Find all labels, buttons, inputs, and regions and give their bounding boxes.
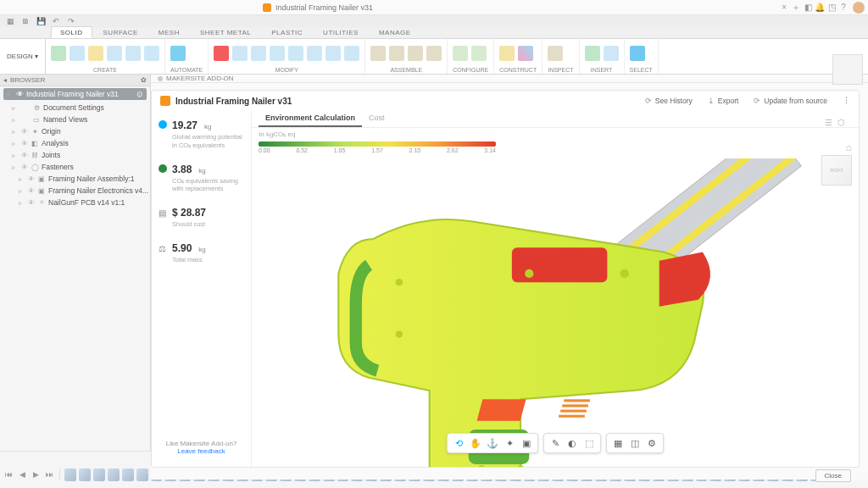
- visibility-icon[interactable]: 👁: [28, 175, 35, 183]
- timeline-prev-icon[interactable]: ◀: [17, 469, 28, 480]
- tab-close-icon[interactable]: ×: [782, 3, 787, 12]
- orbit-icon[interactable]: ⟲: [451, 435, 466, 451]
- user-avatar[interactable]: [853, 2, 865, 14]
- browser-node[interactable]: ▹👁⛓Joints: [0, 149, 150, 161]
- chevron-right-icon[interactable]: ▹: [12, 140, 19, 147]
- browser-node[interactable]: ▹⚙Document Settings: [0, 102, 150, 114]
- sketch-icon[interactable]: [70, 46, 85, 61]
- fillet-icon[interactable]: [251, 46, 266, 61]
- redo-icon[interactable]: ↷: [66, 16, 76, 26]
- leave-feedback-link[interactable]: Leave feedback: [157, 447, 246, 455]
- fit-icon[interactable]: ✦: [502, 435, 517, 451]
- combine-icon[interactable]: [288, 46, 303, 61]
- file-icon[interactable]: 🗎: [20, 16, 31, 26]
- browser-node[interactable]: ▹👁▣Framing Nailer Assembly:1: [0, 173, 150, 185]
- close-button[interactable]: Close: [815, 469, 851, 482]
- data-panel-icon[interactable]: ◧: [802, 3, 814, 12]
- viewport-settings-icon[interactable]: ⚙: [644, 435, 659, 451]
- press-pull-icon[interactable]: [232, 46, 248, 61]
- app-view-cube[interactable]: [832, 54, 863, 85]
- notifications-icon[interactable]: 🔔: [814, 3, 826, 12]
- visibility-icon[interactable]: 👁: [28, 199, 35, 207]
- timeline-start-icon[interactable]: ⏮: [3, 469, 14, 480]
- new-icon[interactable]: ＋: [790, 2, 802, 14]
- browser-root[interactable]: ▾👁 Industrial Framing Nailer v31 ⊙: [3, 88, 147, 100]
- document-tab[interactable]: Industrial Framing Nailer v31: [263, 3, 373, 12]
- visibility-icon[interactable]: 👁: [21, 164, 28, 171]
- update-button[interactable]: ⟳Update from source: [754, 97, 827, 105]
- visual-style-icon[interactable]: ◐: [565, 435, 580, 451]
- home-view-icon[interactable]: ⌂: [846, 141, 852, 153]
- chevron-right-icon[interactable]: ▹: [19, 175, 25, 183]
- model-viewport[interactable]: ⟲ ✋ ⚓ ✦ ▣ ✎ ◐ ⬚: [252, 158, 859, 467]
- look-at-icon[interactable]: ⚓: [485, 435, 500, 451]
- browser-header[interactable]: ◂ BROWSER ✿: [0, 75, 150, 86]
- timeline-play-icon[interactable]: ▶: [31, 469, 42, 480]
- browser-node[interactable]: ▹👁⌗NailGunF PCB v14 v1:1: [0, 197, 150, 208]
- chevron-right-icon[interactable]: ▹: [12, 128, 19, 136]
- pan-icon[interactable]: ✋: [468, 435, 483, 451]
- chevron-right-icon[interactable]: ▹: [12, 152, 19, 159]
- timeline-feature-icon[interactable]: [79, 469, 91, 481]
- grid-display-icon[interactable]: ▦: [610, 435, 626, 451]
- view-tab-environment[interactable]: Environment Calculation: [259, 110, 362, 127]
- draft-icon[interactable]: [307, 46, 322, 61]
- browser-node[interactable]: ▹👁✦Origin: [0, 125, 150, 137]
- delete-icon[interactable]: [214, 46, 229, 61]
- ribbon-tab-utilities[interactable]: UTILITIES: [314, 26, 368, 38]
- design-workspace-button[interactable]: DESIGN ▾: [0, 39, 46, 74]
- shell-icon[interactable]: [270, 46, 285, 61]
- chevron-right-icon[interactable]: ▹: [12, 104, 19, 112]
- ribbon-tab-surface[interactable]: SURFACE: [94, 26, 147, 38]
- hole-icon[interactable]: [144, 46, 159, 61]
- insert-derive-icon[interactable]: [585, 46, 600, 61]
- new-component-icon[interactable]: [51, 46, 66, 61]
- measure-icon[interactable]: [548, 46, 563, 61]
- addon-tab[interactable]: MAKERSITE ADD-ON: [151, 75, 868, 83]
- environment-icon[interactable]: ⬚: [581, 435, 597, 451]
- extrude-icon[interactable]: [107, 46, 122, 61]
- ribbon-tab-manage[interactable]: MANAGE: [370, 26, 420, 38]
- timeline-feature-icon[interactable]: [108, 469, 120, 481]
- timeline-feature-icon[interactable]: [122, 469, 134, 481]
- automate-icon[interactable]: [170, 46, 186, 61]
- change-parameters-icon[interactable]: [471, 46, 487, 61]
- visibility-icon[interactable]: 👁: [28, 187, 35, 195]
- configure-icon[interactable]: [453, 46, 468, 61]
- save-icon[interactable]: 💾: [36, 16, 46, 26]
- move-icon[interactable]: [344, 46, 359, 61]
- export-button[interactable]: ⤓Export: [708, 97, 739, 105]
- app-menu-icon[interactable]: ▦: [5, 16, 15, 26]
- browser-node[interactable]: ▹👁▣Framing Nailer Electronics v4...: [0, 185, 150, 197]
- extensions-icon[interactable]: ◳: [826, 3, 837, 12]
- undo-icon[interactable]: ↶: [51, 16, 61, 26]
- revolve-icon[interactable]: [125, 46, 141, 61]
- view-tab-cost[interactable]: Cost: [362, 110, 392, 127]
- timeline-feature-icon[interactable]: [64, 469, 76, 481]
- joint-icon[interactable]: [370, 46, 386, 61]
- ribbon-tab-plastic[interactable]: PLASTIC: [262, 26, 312, 38]
- card-menu-icon[interactable]: ⋮: [843, 97, 850, 105]
- pencil-icon[interactable]: ✎: [548, 435, 563, 451]
- plane-icon[interactable]: [499, 46, 515, 61]
- timeline-feature-icon[interactable]: [93, 469, 105, 481]
- rigid-group-icon[interactable]: [408, 46, 423, 61]
- as-built-joint-icon[interactable]: [389, 46, 404, 61]
- list-view-icon[interactable]: ☰: [825, 118, 832, 127]
- chevron-right-icon[interactable]: ▹: [19, 199, 25, 207]
- collapse-icon[interactable]: ◂: [3, 76, 7, 84]
- axis-icon[interactable]: [518, 46, 533, 61]
- zoom-icon[interactable]: ▣: [519, 435, 534, 451]
- chevron-right-icon[interactable]: ▹: [12, 116, 19, 124]
- scale-icon[interactable]: [326, 46, 341, 61]
- timeline-feature-icon[interactable]: [136, 469, 148, 481]
- browser-node[interactable]: ▹▭Named Views: [0, 114, 150, 125]
- browser-node[interactable]: ▹👁◯Fasteners: [0, 161, 150, 173]
- ribbon-tab-mesh[interactable]: MESH: [149, 26, 189, 38]
- chevron-right-icon[interactable]: ▹: [12, 164, 19, 171]
- help-icon[interactable]: ?: [837, 3, 849, 12]
- visibility-icon[interactable]: 👁: [21, 152, 28, 159]
- insert-mcmaster-icon[interactable]: [604, 46, 619, 61]
- browser-options-icon[interactable]: ✿: [141, 76, 147, 84]
- multi-view-icon[interactable]: ◫: [627, 435, 643, 451]
